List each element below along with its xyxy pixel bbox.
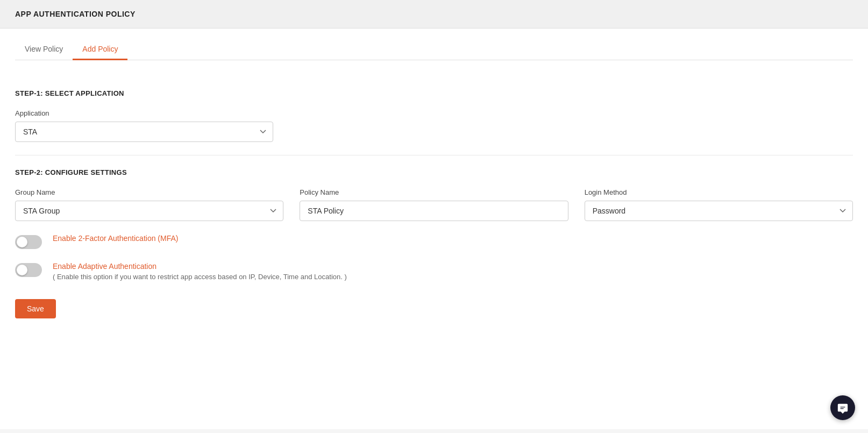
policy-name-group: Policy Name xyxy=(300,188,568,221)
toggle-adaptive-row: Enable Adaptive Authentication ( Enable … xyxy=(15,262,853,281)
policy-name-label: Policy Name xyxy=(300,188,568,196)
login-method-label: Login Method xyxy=(585,188,853,196)
chat-bubble[interactable] xyxy=(830,395,855,420)
toggle-adaptive-labels: Enable Adaptive Authentication ( Enable … xyxy=(53,262,347,281)
main-content: View Policy Add Policy STEP-1: SELECT AP… xyxy=(0,29,868,429)
tabs-container: View Policy Add Policy xyxy=(15,29,853,60)
step2-title: STEP-2: CONFIGURE SETTINGS xyxy=(15,168,853,176)
group-name-select[interactable]: STA Group xyxy=(15,201,283,221)
form-row-1: Group Name STA Group Policy Name Login M… xyxy=(15,188,853,221)
tab-view-policy[interactable]: View Policy xyxy=(15,39,73,60)
policy-name-input[interactable] xyxy=(300,201,568,221)
toggle-adaptive-sublabel: ( Enable this option if you want to rest… xyxy=(53,273,347,281)
toggle-adaptive-label: Enable Adaptive Authentication xyxy=(53,262,347,271)
toggle-adaptive-slider xyxy=(15,263,42,277)
page-header: APP AUTHENTICATION POLICY xyxy=(0,0,868,29)
save-button[interactable]: Save xyxy=(15,299,56,318)
toggle-2fa-slider xyxy=(15,235,42,249)
application-select[interactable]: STA App2 App3 xyxy=(15,122,273,142)
step2-section: STEP-2: CONFIGURE SETTINGS Group Name ST… xyxy=(15,155,853,331)
group-name-label: Group Name xyxy=(15,188,283,196)
toggle-adaptive[interactable] xyxy=(15,263,42,277)
toggle-2fa-row: Enable 2-Factor Authentication (MFA) xyxy=(15,234,853,249)
step1-section: STEP-1: SELECT APPLICATION Application S… xyxy=(15,76,853,155)
toggle-2fa[interactable] xyxy=(15,235,42,249)
tab-add-policy[interactable]: Add Policy xyxy=(73,39,127,60)
svg-rect-1 xyxy=(840,408,843,409)
chat-icon xyxy=(837,402,849,414)
page-title: APP AUTHENTICATION POLICY xyxy=(15,10,136,18)
svg-rect-0 xyxy=(840,407,845,407)
step1-title: STEP-1: SELECT APPLICATION xyxy=(15,89,853,97)
login-method-group: Login Method Password OTP SSO xyxy=(585,188,853,221)
application-label: Application xyxy=(15,109,273,117)
toggle-2fa-labels: Enable 2-Factor Authentication (MFA) xyxy=(53,234,178,243)
application-group: Application STA App2 App3 xyxy=(15,109,273,142)
application-select-wrapper: STA App2 App3 xyxy=(15,122,273,142)
login-method-select[interactable]: Password OTP SSO xyxy=(585,201,853,221)
group-name-group: Group Name STA Group xyxy=(15,188,283,221)
toggle-2fa-label: Enable 2-Factor Authentication (MFA) xyxy=(53,234,178,243)
